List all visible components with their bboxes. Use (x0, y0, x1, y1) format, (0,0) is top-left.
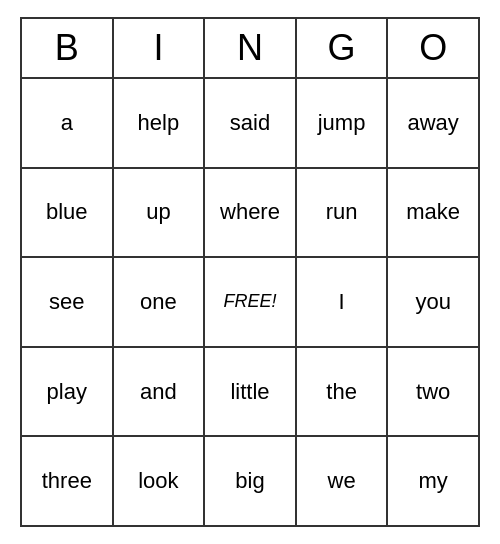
header-i: I (114, 19, 206, 77)
header-o: O (388, 19, 478, 77)
cell-3-5[interactable]: you (388, 258, 478, 346)
bingo-row-4: play and little the two (22, 348, 478, 438)
cell-2-5[interactable]: make (388, 169, 478, 257)
cell-1-3[interactable]: said (205, 79, 297, 167)
bingo-row-3: see one FREE! I you (22, 258, 478, 348)
bingo-header: B I N G O (22, 19, 478, 79)
cell-4-4[interactable]: the (297, 348, 389, 436)
bingo-row-2: blue up where run make (22, 169, 478, 259)
cell-5-5[interactable]: my (388, 437, 478, 525)
cell-1-2[interactable]: help (114, 79, 206, 167)
cell-3-2[interactable]: one (114, 258, 206, 346)
cell-5-4[interactable]: we (297, 437, 389, 525)
cell-1-4[interactable]: jump (297, 79, 389, 167)
cell-3-4[interactable]: I (297, 258, 389, 346)
cell-4-2[interactable]: and (114, 348, 206, 436)
cell-3-3-free[interactable]: FREE! (205, 258, 297, 346)
bingo-row-1: a help said jump away (22, 79, 478, 169)
header-g: G (297, 19, 389, 77)
cell-2-2[interactable]: up (114, 169, 206, 257)
cell-2-3[interactable]: where (205, 169, 297, 257)
header-n: N (205, 19, 297, 77)
cell-1-5[interactable]: away (388, 79, 478, 167)
cell-2-1[interactable]: blue (22, 169, 114, 257)
cell-4-5[interactable]: two (388, 348, 478, 436)
cell-2-4[interactable]: run (297, 169, 389, 257)
header-b: B (22, 19, 114, 77)
cell-4-1[interactable]: play (22, 348, 114, 436)
bingo-row-5: three look big we my (22, 437, 478, 525)
cell-5-1[interactable]: three (22, 437, 114, 525)
cell-3-1[interactable]: see (22, 258, 114, 346)
cell-5-2[interactable]: look (114, 437, 206, 525)
bingo-body: a help said jump away blue up where run … (22, 79, 478, 525)
cell-4-3[interactable]: little (205, 348, 297, 436)
cell-5-3[interactable]: big (205, 437, 297, 525)
bingo-card: B I N G O a help said jump away blue up … (20, 17, 480, 527)
cell-1-1[interactable]: a (22, 79, 114, 167)
